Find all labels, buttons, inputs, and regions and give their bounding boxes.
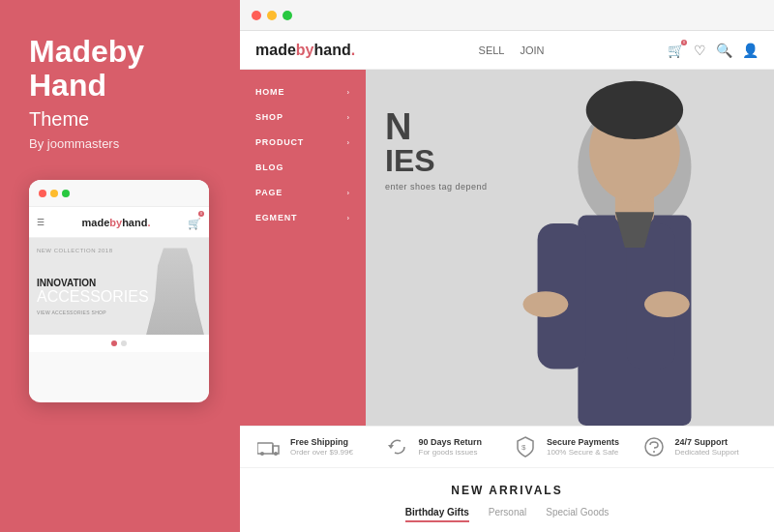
- cart-count-badge: 0: [681, 40, 687, 45]
- hero-big-text-ies: IES: [385, 145, 488, 176]
- cart-badge-dot: 0: [198, 211, 204, 217]
- feature-support-text: 24/7 Support Dedicated Support: [675, 437, 739, 457]
- menu-arrow-shop: ›: [347, 113, 350, 122]
- hero-section: N IES enter shoes tag depend: [366, 70, 774, 426]
- hero-big-letter: N: [385, 108, 488, 145]
- browser-dot-red: [252, 11, 261, 20]
- feature-shipping-title: Free Shipping: [290, 437, 353, 447]
- main-area: HOME › SHOP › PRODUCT › BLOG PAGE ›: [240, 70, 774, 426]
- feature-return-title: 90 Days Return: [419, 437, 483, 447]
- man-figure: [146, 248, 204, 335]
- phone-hero-text: INNOVATION ACCESSORIES VIEW ACCESSORIES …: [37, 278, 149, 315]
- phone-hero: NEW COLLECTION 2018 INNOVATION ACCESSORI…: [29, 238, 209, 335]
- cart-icon[interactable]: 🛒 0: [668, 43, 684, 58]
- svg-point-10: [644, 291, 690, 317]
- hero-text-overlay: N IES enter shoes tag depend: [385, 108, 488, 192]
- phone-pagination-dots: [29, 335, 209, 352]
- svg-marker-15: [388, 445, 394, 449]
- new-arrivals-title: NEW ARRIVALS: [255, 484, 759, 497]
- menu-item-egment[interactable]: EGMENT ›: [240, 205, 366, 230]
- svg-point-14: [274, 452, 278, 456]
- feature-support: 24/7 Support Dedicated Support: [640, 436, 759, 458]
- feature-payments-text: Secure Payments 100% Secure & Safe: [547, 437, 619, 457]
- site-logo: madebyhand.: [255, 42, 355, 59]
- search-icon[interactable]: 🔍: [716, 43, 732, 58]
- phone-bottom-area: [29, 352, 209, 400]
- hero-subtext: enter shoes tag depend: [385, 182, 488, 192]
- phone-nav-icons: 🛒 0: [188, 214, 201, 231]
- feature-payments-title: Secure Payments: [547, 437, 619, 447]
- wishlist-icon[interactable]: ♡: [694, 43, 706, 58]
- feature-support-desc: Dedicated Support: [675, 448, 739, 457]
- shield-icon: $: [512, 436, 539, 458]
- pagination-dot-2[interactable]: [121, 340, 127, 346]
- menu-arrow-egment: ›: [347, 214, 350, 222]
- feature-support-title: 24/7 Support: [675, 437, 739, 447]
- support-icon: [640, 436, 668, 458]
- truck-icon: [255, 438, 283, 456]
- browser-dot-green: [283, 11, 292, 20]
- svg-point-9: [522, 291, 568, 317]
- menu-arrow-page: ›: [347, 189, 350, 197]
- menu-item-blog[interactable]: BLOG: [240, 155, 366, 180]
- nav-link-sell[interactable]: SELL: [479, 44, 505, 56]
- feature-shipping-text: Free Shipping Order over $9.99€: [290, 437, 353, 457]
- site-nav-links: SELL JOIN: [479, 44, 545, 56]
- phone-hero-label: NEW COLLECTION 2018: [37, 248, 113, 253]
- brand-title: Madeby Hand: [29, 35, 211, 103]
- arrivals-tabs: Birthday Gifts Personal Special Goods: [255, 507, 759, 522]
- right-panel: madebyhand. SELL JOIN 🛒 0 ♡ 🔍 👤 HOM: [240, 0, 774, 532]
- svg-text:$: $: [521, 443, 526, 452]
- svg-point-17: [645, 438, 663, 456]
- phone-nav: ☰ madebyhand. 🛒 0: [29, 207, 209, 238]
- svg-point-7: [586, 81, 683, 139]
- hero-background: N IES enter shoes tag depend: [366, 70, 774, 426]
- brand-subtitle: Theme: [29, 108, 211, 131]
- phone-logo: madebyhand.: [82, 217, 151, 228]
- phone-mockup: ☰ madebyhand. 🛒 0 NEW COLLECTION 2018 IN…: [29, 180, 209, 402]
- sidebar-menu: HOME › SHOP › PRODUCT › BLOG PAGE ›: [240, 70, 366, 426]
- menu-item-product[interactable]: PRODUCT ›: [240, 130, 366, 155]
- website-content: madebyhand. SELL JOIN 🛒 0 ♡ 🔍 👤 HOM: [240, 31, 774, 532]
- svg-point-13: [260, 452, 264, 456]
- menu-arrow-product: ›: [347, 138, 350, 147]
- feature-return-text: 90 Days Return For goods issues: [419, 437, 483, 457]
- browser-dot-yellow: [267, 11, 277, 20]
- feature-shipping: Free Shipping Order over $9.99€: [255, 436, 374, 458]
- menu-item-home[interactable]: HOME ›: [240, 79, 366, 104]
- arrivals-tab-birthday[interactable]: Birthday Gifts: [405, 507, 469, 522]
- phone-hero-headline-2: ACCESSORIES: [37, 288, 149, 306]
- arrivals-tab-special[interactable]: Special Goods: [546, 507, 609, 522]
- phone-dot-red: [39, 190, 46, 197]
- new-arrivals-section: NEW ARRIVALS Birthday Gifts Personal Spe…: [240, 468, 774, 532]
- phone-hero-cta: VIEW ACCESSORIES SHOP: [37, 310, 149, 315]
- svg-rect-11: [257, 443, 273, 454]
- menu-item-page[interactable]: PAGE ›: [240, 180, 366, 205]
- nav-link-join[interactable]: JOIN: [521, 44, 545, 56]
- pagination-dot-1[interactable]: [111, 340, 117, 346]
- left-panel: Madeby Hand Theme By joommasters ☰ madeb…: [0, 0, 240, 532]
- feature-shipping-desc: Order over $9.99€: [290, 448, 353, 457]
- site-nav: madebyhand. SELL JOIN 🛒 0 ♡ 🔍 👤: [240, 31, 774, 70]
- phone-hero-headline-1: INNOVATION: [37, 278, 149, 288]
- feature-payments: $ Secure Payments 100% Secure & Safe: [512, 436, 631, 458]
- brand-author: By joommasters: [29, 136, 211, 151]
- feature-return: 90 Days Return For goods issues: [384, 436, 503, 458]
- feature-payments-desc: 100% Secure & Safe: [547, 448, 619, 457]
- return-icon: [384, 437, 411, 457]
- phone-dot-yellow: [50, 190, 58, 197]
- browser-bar: [240, 0, 774, 31]
- menu-item-shop[interactable]: SHOP ›: [240, 104, 366, 130]
- svg-point-18: [653, 451, 655, 453]
- feature-return-desc: For goods issues: [419, 448, 483, 457]
- menu-arrow-home: ›: [347, 88, 350, 97]
- cart-badge: 🛒 0: [188, 214, 201, 231]
- phone-dots: [39, 190, 70, 197]
- user-icon[interactable]: 👤: [742, 43, 759, 58]
- phone-dot-green: [62, 190, 70, 197]
- arrivals-tab-personal[interactable]: Personal: [489, 507, 526, 522]
- features-bar: Free Shipping Order over $9.99€ 90 Days …: [240, 426, 774, 468]
- site-nav-icons: 🛒 0 ♡ 🔍 👤: [668, 43, 759, 58]
- phone-top-bar: [29, 180, 209, 207]
